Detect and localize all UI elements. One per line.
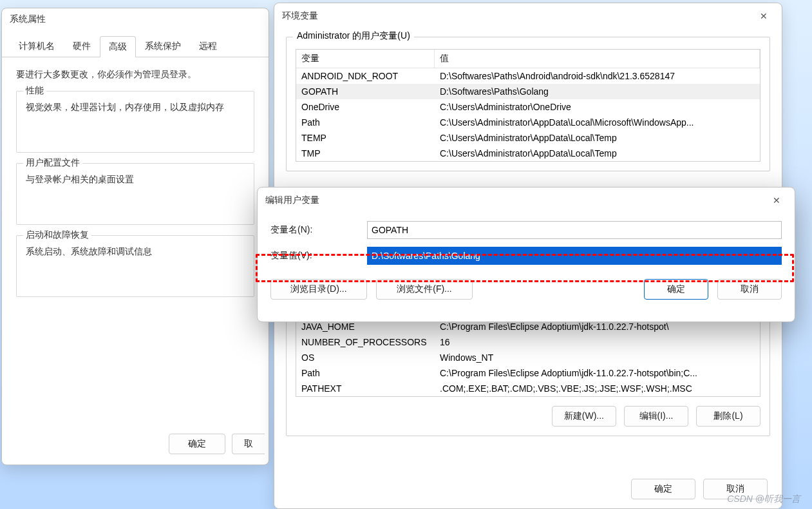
close-icon[interactable]: ✕ — [753, 8, 774, 24]
var-name-row: 变量名(N): — [270, 221, 782, 239]
var-value-cell: C:\Users\Administrator\AppData\Local\Tem… — [435, 147, 760, 160]
var-name-cell: GOPATH — [296, 85, 435, 98]
system-properties-window: 系统属性 计算机名硬件高级系统保护远程 要进行大多数更改，你必须作为管理员登录。… — [1, 8, 269, 465]
edituv-title: 编辑用户变量 — [265, 195, 766, 206]
admin-note: 要进行大多数更改，你必须作为管理员登录。 — [16, 69, 254, 81]
var-value-cell: C:\Program Files\Eclipse Adoptium\jdk-11… — [435, 367, 760, 379]
edituv-footer: 浏览目录(D)... 浏览文件(F)... 确定 取消 — [258, 273, 795, 310]
var-name-cell: TMP — [296, 147, 435, 160]
var-value-cell: D:\Softwares\Paths\Android\android-sdk\n… — [435, 70, 760, 82]
edituv-cancel-button[interactable]: 取消 — [717, 279, 782, 300]
tab-计算机名[interactable]: 计算机名 — [10, 35, 64, 57]
startup-desc: 系统启动、系统故障和调试信息 — [26, 246, 245, 258]
var-name-cell: PATHEXT — [296, 382, 435, 395]
sysprops-titlebar[interactable]: 系统属性 — [2, 8, 269, 30]
performance-desc: 视觉效果，处理器计划，内存使用，以及虚拟内存 — [26, 102, 245, 113]
var-value-label: 变量值(V): — [270, 250, 367, 262]
sys-vars-table[interactable]: JAVA_HOMEC:\Program Files\Eclipse Adopti… — [296, 319, 760, 397]
col-val[interactable]: 值 — [435, 50, 760, 68]
var-value-cell: 16 — [435, 336, 760, 349]
var-value-cell: C:\Users\Administrator\AppData\Local\Tem… — [435, 131, 760, 144]
edituv-ok-button[interactable]: 确定 — [644, 279, 708, 300]
tab-系统保护[interactable]: 系统保护 — [136, 35, 190, 57]
tab-远程[interactable]: 远程 — [190, 35, 226, 57]
sysprops-tabs: 计算机名硬件高级系统保护远程 — [2, 35, 269, 57]
var-name-cell: Path — [296, 116, 435, 129]
var-value-cell: D:\Softwares\Paths\Golang — [435, 85, 760, 98]
edit-user-variable-window: 编辑用户变量 ✕ 变量名(N): 变量值(V): 浏览目录(D)... 浏览文件… — [257, 187, 795, 322]
tab-高级[interactable]: 高级 — [100, 36, 136, 57]
tab-硬件[interactable]: 硬件 — [64, 35, 100, 57]
table-row[interactable]: PathC:\Users\Administrator\AppData\Local… — [296, 115, 760, 130]
var-value-cell: C:\Users\Administrator\OneDrive — [435, 101, 760, 113]
userprofiles-label: 用户配置文件 — [23, 157, 82, 169]
sys-new-button[interactable]: 新建(W)... — [552, 406, 616, 427]
sysprops-ok-button[interactable]: 确定 — [169, 434, 225, 454]
table-row[interactable]: TEMPC:\Users\Administrator\AppData\Local… — [296, 130, 760, 146]
table-row[interactable]: OSWindows_NT — [296, 350, 760, 365]
col-var[interactable]: 变量 — [296, 50, 435, 68]
var-value-cell: C:\Program Files\Eclipse Adoptium\jdk-11… — [435, 320, 760, 333]
envvars-title: 环境变量 — [282, 10, 753, 22]
table-row[interactable]: ANDROID_NDK_ROOTD:\Softwares\Paths\Andro… — [296, 68, 760, 84]
var-name-cell: OneDrive — [296, 101, 435, 113]
userprofiles-fieldset: 用户配置文件 与登录帐户相关的桌面设置 — [16, 163, 254, 225]
var-value-cell: .COM;.EXE;.BAT;.CMD;.VBS;.VBE;.JS;.JSE;.… — [435, 382, 760, 395]
var-value-row: 变量值(V): — [270, 247, 782, 265]
var-name-cell: Path — [296, 367, 435, 379]
sysprops-tab-body: 要进行大多数更改，你必须作为管理员登录。 性能 视觉效果，处理器计划，内存使用，… — [2, 57, 269, 309]
var-name-cell: JAVA_HOME — [296, 320, 435, 333]
sysprops-title: 系统属性 — [10, 14, 261, 25]
var-name-cell: NUMBER_OF_PROCESSORS — [296, 336, 435, 349]
user-vars-group-label: Administrator 的用户变量(U) — [293, 30, 414, 42]
var-value-cell: Windows_NT — [435, 351, 760, 364]
close-icon[interactable]: ✕ — [766, 193, 787, 208]
startup-fieldset: 启动和故障恢复 系统启动、系统故障和调试信息 — [16, 235, 254, 297]
startup-label: 启动和故障恢复 — [23, 229, 91, 241]
userprofiles-desc: 与登录帐户相关的桌面设置 — [26, 174, 245, 186]
table-row[interactable]: PATHEXT.COM;.EXE;.BAT;.CMD;.VBS;.VBE;.JS… — [296, 381, 760, 396]
var-name-input[interactable] — [367, 221, 782, 239]
table-row[interactable]: TMPC:\Users\Administrator\AppData\Local\… — [296, 146, 760, 161]
sys-delete-button[interactable]: 删除(L) — [696, 406, 760, 427]
user-vars-group: Administrator 的用户变量(U) 变量 值 ANDROID_NDK_… — [286, 37, 770, 171]
table-row[interactable]: PathC:\Program Files\Eclipse Adoptium\jd… — [296, 365, 760, 381]
performance-fieldset: 性能 视觉效果，处理器计划，内存使用，以及虚拟内存 — [16, 91, 254, 153]
sys-vars-group: JAVA_HOMEC:\Program Files\Eclipse Adopti… — [286, 307, 770, 436]
var-value-cell: C:\Users\Administrator\AppData\Local\Mic… — [435, 116, 760, 129]
var-name-cell: ANDROID_NDK_ROOT — [296, 70, 435, 82]
table-row[interactable]: OneDriveC:\Users\Administrator\OneDrive — [296, 99, 760, 115]
user-vars-table[interactable]: 变量 值 ANDROID_NDK_ROOTD:\Softwares\Paths\… — [296, 49, 760, 162]
watermark: CSDN @听我一言 — [727, 494, 800, 505]
var-value-input[interactable] — [367, 247, 782, 265]
edituv-titlebar[interactable]: 编辑用户变量 ✕ — [258, 187, 795, 213]
sysprops-cancel-button[interactable]: 取 — [232, 434, 265, 454]
browse-dir-button[interactable]: 浏览目录(D)... — [270, 279, 367, 300]
var-name-cell: OS — [296, 351, 435, 364]
sys-vars-buttons: 新建(W)... 编辑(I)... 删除(L) — [296, 406, 760, 427]
var-name-label: 变量名(N): — [270, 224, 367, 236]
envvars-ok-button[interactable]: 确定 — [631, 479, 695, 499]
sysprops-footer: 确定 取 — [169, 434, 265, 454]
sys-edit-button[interactable]: 编辑(I)... — [624, 406, 688, 427]
table-row[interactable]: GOPATHD:\Softwares\Paths\Golang — [296, 84, 760, 99]
envvars-titlebar[interactable]: 环境变量 ✕ — [274, 3, 782, 29]
table-row[interactable]: NUMBER_OF_PROCESSORS16 — [296, 334, 760, 350]
browse-file-button[interactable]: 浏览文件(F)... — [376, 279, 473, 300]
var-name-cell: TEMP — [296, 131, 435, 144]
performance-label: 性能 — [23, 85, 46, 97]
